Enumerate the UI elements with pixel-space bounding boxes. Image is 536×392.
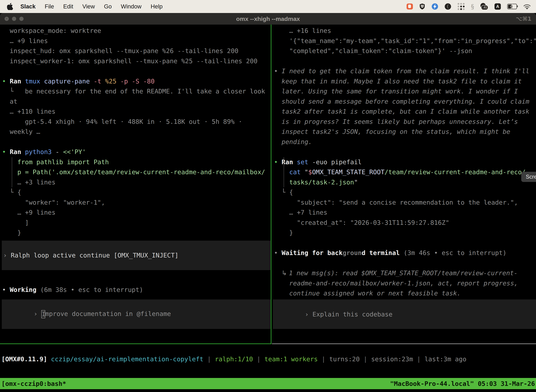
- terminal-line: keep that in mind. Maybe I also need the…: [274, 76, 536, 86]
- minimize-button[interactable]: [12, 17, 16, 21]
- right-prompt-input[interactable]: › Explain this codebase: [273, 299, 536, 329]
- terminal-line: '{"team_name":"my-team","task_id":"1","f…: [274, 36, 536, 46]
- terminal-line: └ {: [2, 187, 271, 197]
- terminal-line: inspect_hud: omx sparkshell --tmux-pane …: [2, 46, 271, 56]
- terminal-line: • Ran python3 - <<'PY': [2, 147, 271, 157]
- terminal-line: • Waiting for background terminal (3m 46…: [274, 248, 536, 258]
- terminal-line: weekly …: [2, 127, 271, 137]
- terminal-line: is in progress? It seems likely but perh…: [274, 117, 536, 127]
- window-title-bar: × omx --xhigh --madmax ⌥⌘1: [0, 13, 536, 25]
- terminal-line: from pathlib import Path: [2, 157, 271, 167]
- right-pane-lines: … +16 lines '{"team_name":"my-team","tas…: [273, 26, 536, 308]
- terminal-line: • Ran tmux capture-pane -t %25 -p -S -80: [2, 76, 271, 86]
- prompt-chevron-icon: ›: [34, 310, 41, 317]
- text-cursor: I: [41, 310, 45, 318]
- menubar-status-icons: § ..61 A: [407, 3, 531, 10]
- terminal-line: • Working (6m 38s • esc to interrupt): [2, 285, 143, 295]
- omx-session-status: [OMX#0.11.9] cczip/essay/ai-reimplementa…: [1, 354, 466, 364]
- terminal-line: "subject": "send a concise recommendatio…: [274, 197, 536, 208]
- battery-nub: [517, 5, 518, 7]
- terminal-line: [274, 147, 536, 157]
- terminal-line: [274, 56, 536, 66]
- terminal-area: workspace_mode: worktree … +9 lines insp…: [0, 25, 536, 392]
- wifi-icon[interactable]: [523, 4, 531, 9]
- tmux-host-clock: "MacBook-Pro-44.local" 05:03 31-Mar-26: [390, 380, 535, 387]
- screen: Slack FileEditViewGoWindowHelp § ..61: [0, 0, 536, 392]
- right-terminal-pane[interactable]: … +16 lines '{"team_name":"my-team","tas…: [273, 25, 536, 344]
- shield-icon[interactable]: [419, 3, 425, 10]
- dots-grid-icon[interactable]: [458, 3, 464, 10]
- terminal-line: continue assigned work or next feasible …: [274, 288, 536, 299]
- menu-item[interactable]: Go: [104, 3, 112, 10]
- terminal-line: [274, 238, 536, 248]
- timer-badge-icon[interactable]: ..61: [480, 3, 488, 10]
- chat-bubble-icon[interactable]: [407, 4, 413, 9]
- left-pane-border: [0, 344, 271, 344]
- terminal-line: pending.: [274, 137, 536, 147]
- input-source-icon[interactable]: A: [494, 3, 501, 10]
- terminal-line: … +9 lines: [2, 36, 271, 46]
- terminal-line: [OMX#0.11.9] cczip/essay/ai-reimplementa…: [1, 354, 466, 364]
- terminal-line: ↳ 1 new msg(s): read $OMX_TEAM_STATE_ROO…: [274, 268, 536, 278]
- terminal-line: "worker": "worker-1",: [2, 197, 271, 208]
- traffic-lights: ×: [5, 17, 24, 21]
- prompt-chevron-icon: ›: [305, 311, 312, 318]
- menu-items: FileEditViewGoWindowHelp: [36, 3, 163, 10]
- terminal-line: workspace_mode: worktree: [2, 26, 271, 36]
- left-pane-lines: workspace_mode: worktree … +9 lines insp…: [0, 26, 271, 238]
- menu-app-name[interactable]: Slack: [20, 3, 36, 10]
- terminal-line: [2, 66, 271, 76]
- terminal-line: › Ralph loop active continue [OMX_TMUX_I…: [3, 250, 178, 261]
- terminal-line: • I need to get the claim token from the…: [274, 66, 536, 76]
- terminal-line: • Ran set -euo pipefail: [274, 157, 536, 167]
- terminal-line: p = Path('.omx/state/team/review-current…: [2, 167, 271, 177]
- terminal-line: "completed","claim_token":"claim-token"}…: [274, 46, 536, 56]
- terminal-line: }: [2, 228, 271, 238]
- indent-guide: [284, 157, 284, 187]
- zoom-button[interactable]: [19, 17, 24, 21]
- terminal-line: [274, 258, 536, 268]
- network-bolt-icon[interactable]: [431, 3, 438, 10]
- terminal-line: … +16 lines: [274, 26, 536, 36]
- ralph-loop-text: › Ralph loop active continue [OMX_TMUX_I…: [2, 250, 178, 261]
- indent-guide: [12, 157, 12, 187]
- menu-item[interactable]: View: [82, 3, 95, 10]
- left-input-placeholder: mprove documentation in @filename: [45, 310, 171, 317]
- pane-divider[interactable]: [271, 25, 271, 344]
- terminal-line: └ be necessary for the end of the README…: [2, 86, 271, 96]
- window-title: omx --xhigh --madmax: [0, 15, 536, 22]
- menu-item[interactable]: Help: [151, 3, 163, 10]
- terminal-line: [2, 137, 271, 147]
- terminal-line: gpt-5.4 xhigh · 94% left · 488K in · 5.1…: [2, 117, 271, 127]
- macos-menu-bar: Slack FileEditViewGoWindowHelp § ..61: [0, 0, 536, 13]
- terminal-line: at: [2, 96, 271, 107]
- working-status: • Working (6m 38s • esc to interrupt): [2, 285, 143, 295]
- tmux-status-bar[interactable]: [omx-cczip0:bash* "MacBook-Pro-44.local"…: [0, 378, 536, 389]
- tmux-session-label: [omx-cczip0:bash*: [1, 380, 66, 387]
- apple-icon[interactable]: [7, 3, 13, 10]
- terminal-line: … +3 lines: [2, 177, 271, 187]
- squiggle-icon[interactable]: §: [471, 3, 474, 10]
- left-terminal-pane[interactable]: workspace_mode: worktree … +9 lines insp…: [0, 25, 271, 344]
- left-prompt-input[interactable]: › Improve documentation in @filename: [2, 299, 270, 329]
- terminal-line: tasks/task-2.json": [274, 177, 536, 187]
- timer-badge-label: ..61: [481, 5, 488, 10]
- terminal-line: readme-and-reco/mailbox/worker-1.json, a…: [274, 278, 536, 288]
- window-shortcut: ⌥⌘1: [516, 15, 531, 22]
- menu-item[interactable]: Edit: [63, 3, 73, 10]
- terminal-line: … +7 lines: [274, 207, 536, 218]
- terminal-line: ]: [2, 218, 271, 228]
- screenshot-tooltip: Scre: [521, 172, 536, 182]
- terminal-line: should send a message before completing …: [274, 96, 536, 107]
- crescent-icon[interactable]: [445, 3, 451, 10]
- close-button[interactable]: ×: [5, 17, 9, 21]
- terminal-line: inspect_worker-1: omx sparkshell --tmux-…: [2, 56, 271, 66]
- terminal-line: … +9 lines: [2, 207, 271, 218]
- terminal-line: cat "$OMX_TEAM_STATE_ROOT/team/review-cu…: [274, 167, 536, 177]
- battery-icon[interactable]: [507, 4, 517, 9]
- terminal-line: later. Using the same for transition mig…: [274, 86, 536, 96]
- ralph-loop-banner: › Ralph loop active continue [OMX_TMUX_I…: [2, 241, 270, 270]
- terminal-line: └ {: [274, 187, 536, 197]
- menu-item[interactable]: Window: [121, 3, 141, 10]
- menu-item[interactable]: File: [45, 3, 54, 10]
